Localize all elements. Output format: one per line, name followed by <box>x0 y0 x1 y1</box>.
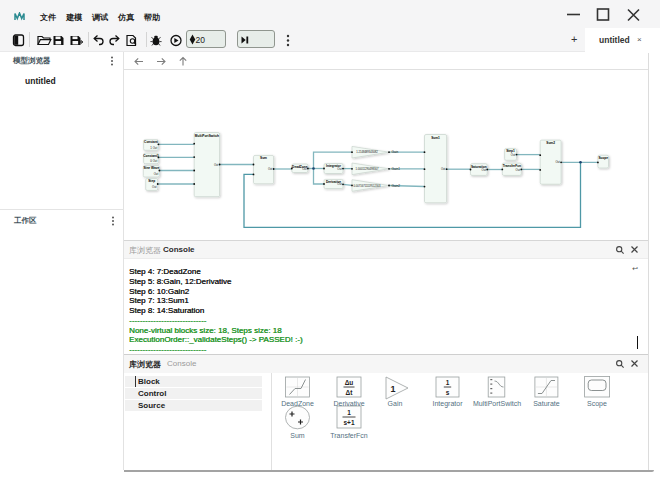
svg-text:Out: Out <box>555 160 560 164</box>
svg-text:0.00716711119512303: 0.00716711119512303 <box>353 184 381 188</box>
svg-text:Out: Out <box>516 168 521 172</box>
svg-text:Δu: Δu <box>345 379 354 386</box>
svg-text:Out: Out <box>481 168 486 172</box>
svg-text:Sum1: Sum1 <box>431 136 440 140</box>
svg-text:Constant: Constant <box>144 140 159 144</box>
svg-text:0 Out: 0 Out <box>150 159 157 163</box>
svg-text:Gain2: Gain2 <box>392 184 401 188</box>
svg-text:Constant1: Constant1 <box>143 154 159 158</box>
svg-text:s: s <box>446 389 450 396</box>
svg-text:Sine Wave: Sine Wave <box>143 166 159 170</box>
svg-text:Scope: Scope <box>598 156 608 160</box>
svg-text:Out: Out <box>337 167 342 171</box>
svg-text:1: 1 <box>347 409 351 416</box>
svg-text:Sum2: Sum2 <box>546 141 555 145</box>
svg-text:MultiPortSwitch: MultiPortSwitch <box>195 134 219 138</box>
svg-text:Out: Out <box>511 153 516 157</box>
svg-text:Step: Step <box>148 179 155 183</box>
svg-text:Out: Out <box>337 182 342 186</box>
svg-text:s+1: s+1 <box>343 419 354 426</box>
svg-text:1: 1 <box>446 379 450 386</box>
svg-text:Out: Out <box>214 163 219 167</box>
svg-text:Out: Out <box>268 167 273 171</box>
svg-text:Sum: Sum <box>260 156 267 160</box>
svg-text:1: 1 <box>390 384 395 394</box>
svg-text:1.00011290498307: 1.00011290498307 <box>356 167 379 171</box>
svg-text:Out: Out <box>152 185 157 189</box>
svg-text:Gain: Gain <box>392 150 399 154</box>
svg-text:Gain1: Gain1 <box>392 167 401 171</box>
svg-text:Out: Out <box>302 167 307 171</box>
svg-text:1 Out: 1 Out <box>150 146 157 150</box>
svg-text:1.2148489343082: 1.2148489343082 <box>356 150 378 154</box>
svg-text:Out: Out <box>154 172 159 176</box>
svg-text:Out: Out <box>441 167 446 171</box>
svg-text:Δt: Δt <box>346 389 354 396</box>
